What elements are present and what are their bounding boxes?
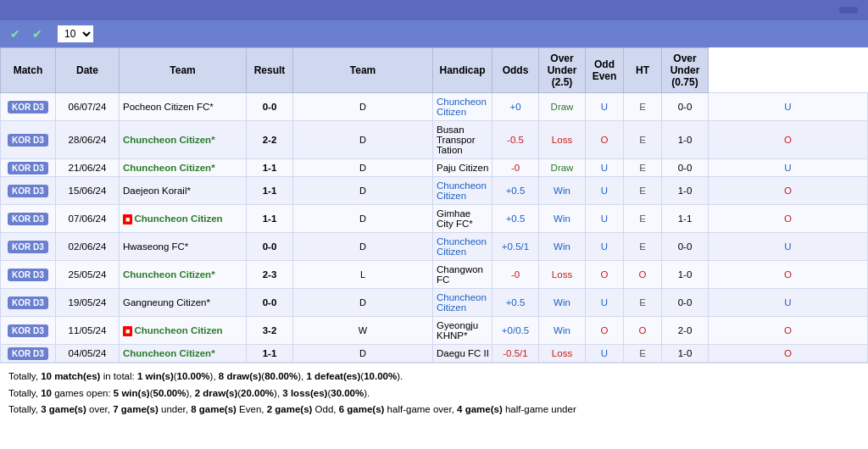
team1-name[interactable]: Pocheon Citizen FC* xyxy=(120,93,247,121)
team2-name[interactable]: Gimhae City FC* xyxy=(433,205,492,233)
ht-score: 1-0 xyxy=(662,121,709,159)
match-badge: KOR D3 xyxy=(1,233,56,261)
team1-name[interactable]: Chuncheon Citizen* xyxy=(120,159,247,177)
table-row: KOR D325/05/24Chuncheon Citizen*2-3LChan… xyxy=(1,261,868,289)
team2-name[interactable]: Paju Citizen xyxy=(433,159,492,177)
oe-value: E xyxy=(624,93,662,121)
result-dwl: D xyxy=(293,205,433,233)
ou25-value: O xyxy=(586,317,624,345)
team2-name[interactable]: Chuncheon Citizen xyxy=(433,177,492,205)
team2-name[interactable]: Changwon FC xyxy=(433,261,492,289)
ou25-value: U xyxy=(586,93,624,121)
match-date: 02/06/24 xyxy=(56,233,120,261)
team1-name[interactable]: Chuncheon Citizen* xyxy=(120,345,247,363)
team1-name[interactable]: Hwaseong FC* xyxy=(120,233,247,261)
oe-value: E xyxy=(624,233,662,261)
ou25-value: O xyxy=(586,121,624,159)
ou075-value: U xyxy=(709,233,868,261)
oe-value: E xyxy=(624,121,662,159)
header xyxy=(0,0,868,20)
table-row: KOR D307/06/24■Chuncheon Citizen1-1DGimh… xyxy=(1,205,868,233)
footer: Totally, 10 match(es) in total: 1 win(s)… xyxy=(0,363,868,424)
team2-name[interactable]: Chuncheon Citizen xyxy=(433,289,492,317)
oe-value: O xyxy=(624,317,662,345)
kor-cup-checkmark: ✔ xyxy=(10,27,20,41)
handicap-value: +0.5/1 xyxy=(492,233,539,261)
col-date: Date xyxy=(56,48,120,93)
match-date: 04/05/24 xyxy=(56,345,120,363)
result-dwl: D xyxy=(293,93,433,121)
handicap-value: -0.5 xyxy=(492,121,539,159)
col-team2: Team xyxy=(293,48,433,93)
handicap-value: +0/0.5 xyxy=(492,317,539,345)
team1-name[interactable]: Gangneung Citizen* xyxy=(120,289,247,317)
oe-value: O xyxy=(624,261,662,289)
ou075-value: O xyxy=(709,317,868,345)
match-result: 0-0 xyxy=(247,289,293,317)
odds-value: Win xyxy=(539,205,586,233)
ou25-value: U xyxy=(586,159,624,177)
match-date: 28/06/24 xyxy=(56,121,120,159)
handicap-value: +0.5 xyxy=(492,177,539,205)
match-date: 21/06/24 xyxy=(56,159,120,177)
odds-value: Win xyxy=(539,233,586,261)
handicap-value: +0.5 xyxy=(492,289,539,317)
match-date: 25/05/24 xyxy=(56,261,120,289)
team2-name[interactable]: Chuncheon Citizen xyxy=(433,93,492,121)
ht-score: 1-0 xyxy=(662,261,709,289)
ou075-value: O xyxy=(709,177,868,205)
handicap-value: -0 xyxy=(492,159,539,177)
table-row: KOR D311/05/24■Chuncheon Citizen3-2WGyeo… xyxy=(1,317,868,345)
last-filter: 10 5 15 20 xyxy=(54,25,97,42)
ht-score: 0-0 xyxy=(662,159,709,177)
match-result: 1-1 xyxy=(247,159,293,177)
ou25-value: U xyxy=(586,177,624,205)
result-dwl: D xyxy=(293,233,433,261)
odds-value: Win xyxy=(539,317,586,345)
odds-value: Loss xyxy=(539,261,586,289)
team1-name[interactable]: ■Chuncheon Citizen xyxy=(120,317,247,345)
team1-name[interactable]: ■Chuncheon Citizen xyxy=(120,205,247,233)
table-row: KOR D302/06/24Hwaseong FC*0-0DChuncheon … xyxy=(1,233,868,261)
kor-cup-filter[interactable]: ✔ xyxy=(10,27,24,41)
team2-name[interactable]: Busan Transpor Tation xyxy=(433,121,492,159)
col-oe: OddEven xyxy=(586,48,624,93)
ou25-value: U xyxy=(586,205,624,233)
table-row: KOR D306/07/24Pocheon Citizen FC*0-0DChu… xyxy=(1,93,868,121)
scores-table: Match Date Team Result Team Handicap Odd… xyxy=(0,47,868,363)
team1-name[interactable]: Chuncheon Citizen* xyxy=(120,261,247,289)
match-result: 1-1 xyxy=(247,205,293,233)
team2-name[interactable]: Daegu FC II xyxy=(433,345,492,363)
ou25-value: U xyxy=(586,289,624,317)
oe-value: E xyxy=(624,345,662,363)
match-badge: KOR D3 xyxy=(1,345,56,363)
ou075-value: U xyxy=(709,93,868,121)
last-select[interactable]: 10 5 15 20 xyxy=(58,25,93,42)
col-handicap: Handicap xyxy=(433,48,492,93)
team1-name[interactable]: Daejeon Korail* xyxy=(120,177,247,205)
team2-name[interactable]: Chuncheon Citizen xyxy=(433,233,492,261)
ht-score: 0-0 xyxy=(662,289,709,317)
filter-bar: ✔ ✔ 10 5 15 20 xyxy=(0,20,868,47)
team2-name[interactable]: Gyeongju KHNP* xyxy=(433,317,492,345)
result-dwl: L xyxy=(293,261,433,289)
match-date: 07/06/24 xyxy=(56,205,120,233)
display-notes-button[interactable] xyxy=(839,7,858,14)
kor-d3-filter[interactable]: ✔ xyxy=(32,27,46,41)
team1-name[interactable]: Chuncheon Citizen* xyxy=(120,121,247,159)
match-date: 11/05/24 xyxy=(56,317,120,345)
ou25-value: U xyxy=(586,233,624,261)
ou075-value: O xyxy=(709,121,868,159)
ht-score: 1-0 xyxy=(662,177,709,205)
match-date: 06/07/24 xyxy=(56,93,120,121)
handicap-value: +0 xyxy=(492,93,539,121)
match-badge: KOR D3 xyxy=(1,261,56,289)
oe-value: E xyxy=(624,289,662,317)
table-row: KOR D315/06/24Daejeon Korail*1-1DChunche… xyxy=(1,177,868,205)
odds-value: Win xyxy=(539,289,586,317)
ht-score: 2-0 xyxy=(662,317,709,345)
handicap-value: -0 xyxy=(492,261,539,289)
match-badge: KOR D3 xyxy=(1,159,56,177)
kor-d3-checkmark: ✔ xyxy=(32,27,42,41)
ht-score: 0-0 xyxy=(662,233,709,261)
